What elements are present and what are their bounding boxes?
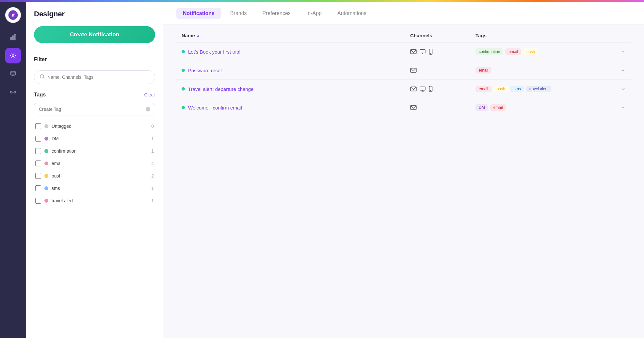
svg-line-13 (43, 77, 44, 78)
search-input[interactable] (47, 75, 150, 80)
svg-point-12 (40, 75, 44, 78)
notification-rows: Let's Book your first trip! confirmation… (176, 42, 631, 117)
nav-tab-preferences[interactable]: Preferences (256, 8, 297, 19)
create-notification-button[interactable]: Create Notification (34, 26, 155, 43)
database-icon-btn[interactable] (5, 66, 21, 82)
tag-list-item[interactable]: sms 1 (34, 183, 155, 194)
channels-cell (410, 49, 475, 55)
mobile-channel-icon (428, 49, 433, 55)
tag-dot (44, 124, 48, 128)
tag-name: email (52, 161, 148, 166)
nav-tab-brands[interactable]: Brands (224, 8, 253, 19)
clear-tags-button[interactable]: Clear (144, 92, 155, 97)
svg-rect-3 (12, 36, 14, 40)
svg-point-19 (430, 53, 431, 54)
table-header: Name ▲ Channels Tags (176, 33, 631, 42)
svg-rect-2 (10, 37, 12, 40)
divider (34, 50, 155, 50)
tag-checkbox[interactable] (35, 198, 41, 204)
integrations-icon-btn[interactable] (5, 84, 21, 100)
active-dot (182, 106, 185, 109)
tag-checkbox[interactable] (35, 173, 41, 179)
channels-cell (410, 86, 475, 92)
expand-button[interactable] (606, 49, 626, 54)
notifications-area: Name ▲ Channels Tags Let's Book your fir… (163, 25, 644, 338)
tag-list: Untagged 0 DM 1 confirmation 1 email 4 p… (34, 121, 155, 206)
tag-checkbox[interactable] (35, 161, 41, 166)
expand-button[interactable] (606, 105, 626, 110)
expand-button[interactable] (606, 86, 626, 92)
nav-tab-in-app[interactable]: In-App (300, 8, 328, 19)
mobile-channel-icon (428, 86, 433, 92)
tag-count: 1 (151, 198, 154, 203)
tag-badge: sms (510, 86, 524, 92)
tag-dot (44, 186, 48, 190)
tags-cell: DMemail (475, 104, 606, 111)
notification-name: Welcome - confirm email (182, 105, 410, 110)
col-expand (606, 33, 626, 38)
active-dot (182, 50, 185, 53)
tag-badge: DM (475, 104, 488, 111)
tag-checkbox[interactable] (35, 123, 41, 129)
tag-name: confirmation (52, 148, 148, 154)
tag-checkbox[interactable] (35, 185, 41, 191)
table-row[interactable]: Travel alert: departure change emailpush… (176, 80, 631, 98)
email-channel-icon (410, 49, 417, 54)
notification-name: Let's Book your first trip! (182, 49, 410, 55)
tag-name: push (52, 173, 148, 178)
tag-list-item[interactable]: email 4 (34, 158, 155, 169)
tag-count: 2 (151, 173, 154, 178)
col-channels: Channels (410, 33, 475, 38)
create-tag-field (34, 103, 155, 115)
notification-name: Password reset (182, 68, 410, 73)
table-row[interactable]: Welcome - confirm email DMemail (176, 98, 631, 117)
tag-badge: push (523, 48, 538, 55)
designer-title: Designer (34, 10, 155, 18)
tag-count: 1 (151, 186, 154, 191)
expand-button[interactable] (606, 68, 626, 73)
table-row[interactable]: Let's Book your first trip! confirmation… (176, 42, 631, 61)
tag-name: travel alert (52, 198, 148, 203)
app-logo[interactable] (5, 7, 21, 23)
svg-point-26 (430, 91, 431, 91)
active-dot (182, 87, 185, 91)
tag-name: sms (52, 186, 148, 191)
main-area: NotificationsBrandsPreferencesIn-AppAuto… (163, 2, 644, 338)
notification-name: Travel alert: departure change (182, 86, 410, 92)
tag-list-item[interactable]: travel alert 1 (34, 195, 155, 206)
svg-rect-22 (420, 87, 425, 90)
tag-list-item[interactable]: DM 1 (34, 133, 155, 144)
tag-count: 0 (151, 124, 154, 129)
tag-color-selector[interactable] (146, 107, 150, 111)
tag-count: 4 (151, 161, 154, 166)
create-tag-input[interactable] (39, 107, 143, 112)
analytics-icon-btn[interactable] (5, 29, 21, 45)
svg-point-1 (14, 13, 15, 15)
tags-title: Tags (34, 92, 46, 98)
tag-list-item[interactable]: confirmation 1 (34, 145, 155, 157)
nav-tab-automations[interactable]: Automations (331, 8, 373, 19)
table-row[interactable]: Password reset email (176, 61, 631, 80)
tags-header: Tags Clear (34, 92, 155, 98)
tag-badge: email (475, 86, 491, 92)
tag-dot (44, 174, 48, 178)
tag-dot (44, 149, 48, 153)
tag-dot (44, 137, 48, 141)
tag-checkbox[interactable] (35, 136, 41, 142)
tag-dot (44, 161, 48, 165)
tag-list-item[interactable]: push 2 (34, 170, 155, 181)
tag-dot (44, 199, 48, 203)
svg-rect-15 (420, 50, 425, 53)
left-panel: Designer Create Notification Filter Tags… (26, 2, 163, 338)
tag-badge: travel alert (526, 86, 551, 92)
nav-tab-notifications[interactable]: Notifications (176, 8, 221, 19)
svg-point-5 (12, 55, 14, 57)
tag-badge: email (505, 48, 521, 55)
tag-checkbox[interactable] (35, 148, 41, 154)
sort-icon[interactable]: ▲ (196, 33, 200, 38)
tags-cell: confirmationemailpush (475, 48, 606, 55)
col-tags: Tags (475, 33, 606, 38)
tag-list-item[interactable]: Untagged 0 (34, 121, 155, 132)
designer-icon-btn[interactable] (5, 48, 21, 63)
svg-point-6 (11, 71, 16, 73)
